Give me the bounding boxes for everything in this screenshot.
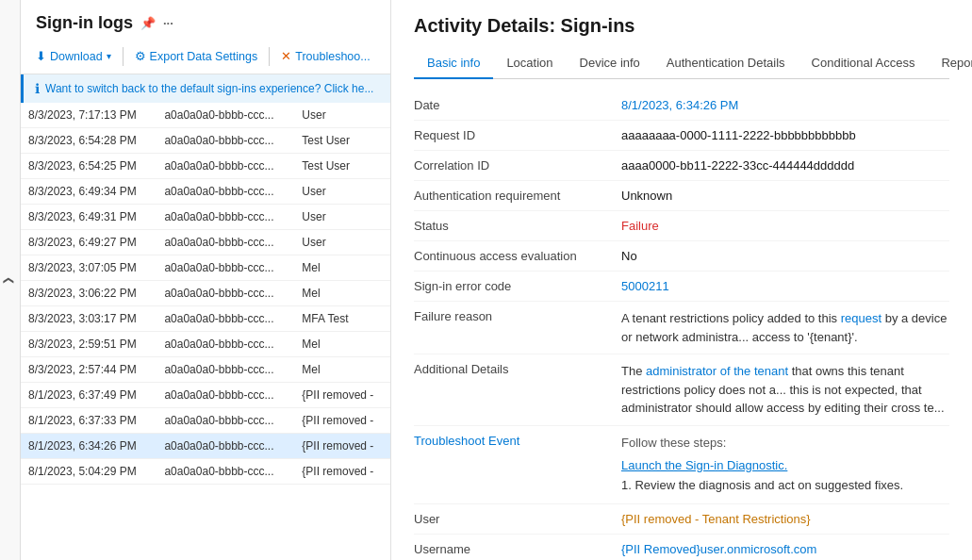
detail-value: Follow these steps: Launch the Sign-in D…: [621, 425, 949, 503]
pin-icon[interactable]: 📌: [140, 16, 156, 30]
detail-label: Continuous access evaluation: [414, 241, 621, 272]
info-banner[interactable]: ℹ Want to switch back to the default sig…: [21, 74, 390, 103]
info-icon: ℹ: [35, 81, 40, 96]
table-row[interactable]: 8/3/2023, 6:54:28 PM a0a0a0a0-bbbb-ccc..…: [21, 128, 390, 154]
settings-icon: ⚙: [135, 49, 146, 63]
toolbar-divider-2: [269, 47, 270, 66]
launch-diagnostic-link[interactable]: Launch the Sign-in Diagnostic.: [621, 458, 787, 472]
detail-label: Username: [414, 534, 621, 560]
tab-conditional-access[interactable]: Conditional Access: [799, 48, 929, 79]
detail-row: Request IDaaaaaaaa-0000-1111-2222-bbbbbb…: [414, 121, 949, 151]
tab-report-only[interactable]: Report-only: [928, 48, 972, 79]
detail-row: Troubleshoot Event Follow these steps: L…: [414, 425, 949, 503]
left-panel-header: Sign-in logs 📌 ···: [21, 0, 390, 39]
page-title: Sign-in logs: [36, 13, 133, 33]
detail-value: 5000211: [621, 272, 949, 302]
detail-value: Failure: [621, 211, 949, 241]
table-row[interactable]: 8/3/2023, 6:49:27 PM a0a0a0a0-bbbb-ccc..…: [21, 230, 390, 255]
tabs-container: Basic infoLocationDevice infoAuthenticat…: [414, 48, 949, 79]
table-row[interactable]: 8/3/2023, 7:17:13 PM a0a0a0a0-bbbb-ccc..…: [21, 103, 390, 128]
table-row[interactable]: 8/3/2023, 6:54:25 PM a0a0a0a0-bbbb-ccc..…: [21, 154, 390, 179]
table-row[interactable]: 8/1/2023, 6:37:33 PM a0a0a0a0-bbbb-ccc..…: [21, 408, 390, 434]
table-row[interactable]: 8/3/2023, 3:06:22 PM a0a0a0a0-bbbb-ccc..…: [21, 281, 390, 306]
detail-label: Date: [414, 91, 621, 121]
detail-table: Date8/1/2023, 6:34:26 PMRequest IDaaaaaa…: [414, 91, 949, 560]
collapse-panel-button[interactable]: ❮: [0, 0, 21, 560]
detail-label: User: [414, 503, 621, 534]
download-icon: ⬇: [36, 49, 46, 63]
table-row[interactable]: 8/3/2023, 6:49:34 PM a0a0a0a0-bbbb-ccc..…: [21, 179, 390, 205]
table-row[interactable]: 8/1/2023, 6:37:49 PM a0a0a0a0-bbbb-ccc..…: [21, 383, 390, 408]
detail-label: Additional Details: [414, 354, 621, 426]
tab-auth-details[interactable]: Authentication Details: [653, 48, 799, 79]
toolbar-divider: [123, 47, 124, 66]
detail-value: A tenant restrictions policy added to th…: [621, 302, 949, 354]
troubleshoot-button[interactable]: ✕ Troubleshoo...: [273, 44, 377, 68]
detail-row: Date8/1/2023, 6:34:26 PM: [414, 91, 949, 121]
detail-label: Failure reason: [414, 302, 621, 354]
detail-label: Correlation ID: [414, 151, 621, 181]
log-table-container: 8/3/2023, 7:17:13 PM a0a0a0a0-bbbb-ccc..…: [21, 103, 390, 560]
log-table: 8/3/2023, 7:17:13 PM a0a0a0a0-bbbb-ccc..…: [21, 103, 390, 485]
download-chevron-icon: ▾: [107, 51, 111, 61]
detail-value: {PII removed - Tenant Restrictions}: [621, 503, 949, 534]
detail-label: Authentication requirement: [414, 181, 621, 211]
troubleshoot-icon: ✕: [281, 49, 291, 63]
detail-value: The administrator of the tenant that own…: [621, 354, 949, 426]
detail-label: Status: [414, 211, 621, 241]
detail-row: Username{PII Removed}user.onmicrosoft.co…: [414, 534, 949, 560]
detail-value: Unknown: [621, 181, 949, 211]
more-options-icon[interactable]: ···: [163, 16, 173, 30]
table-row[interactable]: 8/1/2023, 6:34:26 PM a0a0a0a0-bbbb-ccc..…: [21, 434, 390, 459]
detail-label: Troubleshoot Event: [414, 425, 621, 503]
table-row[interactable]: 8/3/2023, 2:59:51 PM a0a0a0a0-bbbb-ccc..…: [21, 332, 390, 357]
table-row[interactable]: 8/3/2023, 2:57:44 PM a0a0a0a0-bbbb-ccc..…: [21, 357, 390, 383]
detail-row: Sign-in error code5000211: [414, 272, 949, 302]
table-row[interactable]: 8/1/2023, 5:04:29 PM a0a0a0a0-bbbb-ccc..…: [21, 459, 390, 485]
detail-row: Additional DetailsThe administrator of t…: [414, 354, 949, 426]
detail-row: Continuous access evaluationNo: [414, 241, 949, 272]
right-panel-header: Activity Details: Sign-ins Basic infoLoc…: [391, 0, 972, 79]
detail-value: aaaaaaaa-0000-1111-2222-bbbbbbbbbbbb: [621, 121, 949, 151]
toolbar: ⬇ Download ▾ ⚙ Export Data Settings ✕ Tr…: [21, 39, 390, 74]
detail-row: User{PII removed - Tenant Restrictions}: [414, 503, 949, 534]
detail-row: Authentication requirementUnknown: [414, 181, 949, 211]
activity-title: Activity Details: Sign-ins: [414, 15, 949, 37]
right-panel: Activity Details: Sign-ins Basic infoLoc…: [391, 0, 972, 560]
table-row[interactable]: 8/3/2023, 6:49:31 PM a0a0a0a0-bbbb-ccc..…: [21, 205, 390, 230]
detail-label: Request ID: [414, 121, 621, 151]
detail-row: Correlation IDaaaa0000-bb11-2222-33cc-44…: [414, 151, 949, 181]
detail-row: Failure reasonA tenant restrictions poli…: [414, 302, 949, 354]
detail-value: No: [621, 241, 949, 272]
detail-row: StatusFailure: [414, 211, 949, 241]
step-1-label: 1. Review the diagnosis and act on sugge…: [621, 476, 949, 496]
detail-value: 8/1/2023, 6:34:26 PM: [621, 91, 949, 121]
download-button[interactable]: ⬇ Download ▾: [28, 44, 119, 68]
detail-value: {PII Removed}user.onmicrosoft.com: [621, 534, 949, 560]
tab-device-info[interactable]: Device info: [567, 48, 653, 79]
collapse-icon: ❮: [4, 276, 16, 285]
follow-steps-label: Follow these steps:: [621, 434, 949, 453]
tab-basic-info[interactable]: Basic info: [414, 48, 493, 79]
detail-content: Date8/1/2023, 6:34:26 PMRequest IDaaaaaa…: [391, 79, 972, 560]
table-row[interactable]: 8/3/2023, 3:03:17 PM a0a0a0a0-bbbb-ccc..…: [21, 306, 390, 332]
export-data-settings-button[interactable]: ⚙ Export Data Settings: [127, 44, 266, 68]
table-row[interactable]: 8/3/2023, 3:07:05 PM a0a0a0a0-bbbb-ccc..…: [21, 255, 390, 281]
detail-value: aaaa0000-bb11-2222-33cc-444444dddddd: [621, 151, 949, 181]
tab-location[interactable]: Location: [493, 48, 566, 79]
detail-label: Sign-in error code: [414, 272, 621, 302]
